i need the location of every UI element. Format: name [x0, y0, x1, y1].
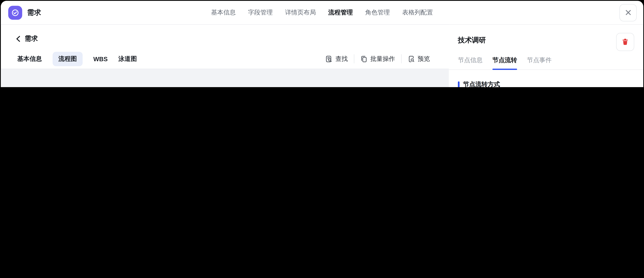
chevron-left-icon: [16, 35, 20, 42]
back-button[interactable]: [16, 35, 20, 42]
panel-tab[interactable]: 节点信息: [458, 56, 482, 70]
trash-icon: [622, 38, 629, 46]
view-tab[interactable]: 流程图: [52, 52, 82, 66]
canvas-toolbar: 查找 批量操作: [326, 54, 430, 63]
flow-editor-column: 需求 基本信息流程图WBS泳道图 查找: [1, 24, 449, 87]
panel-tab[interactable]: 节点流转: [492, 56, 517, 70]
top-bar: 需求 基本信息字段管理详情页布局流程管理角色管理表格列配置: [1, 1, 643, 24]
top-nav-item[interactable]: 字段管理: [248, 9, 273, 16]
view-tab[interactable]: 泳道图: [118, 52, 137, 66]
view-switcher-row: 基本信息流程图WBS泳道图 查找: [1, 49, 449, 69]
page-title: 需求: [24, 34, 38, 43]
batch-operation-button[interactable]: 批量操作: [360, 55, 395, 63]
close-icon: [625, 10, 631, 16]
top-nav-item[interactable]: 基本信息: [211, 9, 236, 16]
toolbar-divider: [401, 54, 402, 63]
find-label: 查找: [336, 55, 348, 63]
flow-edges: [1, 69, 449, 87]
delete-node-button[interactable]: [616, 33, 634, 51]
brand: 需求: [1, 6, 41, 20]
requirement-logo-icon: [8, 6, 22, 20]
preview-label: 预览: [418, 55, 430, 63]
preview-icon: [408, 55, 415, 62]
top-nav-item[interactable]: 表格列配置: [402, 9, 433, 16]
preview-button[interactable]: 预览: [408, 55, 430, 63]
selected-node-title: 技术调研: [458, 35, 634, 45]
view-tabs: 基本信息流程图WBS泳道图: [17, 52, 137, 66]
top-nav-item[interactable]: 流程管理: [328, 9, 353, 16]
top-nav-item[interactable]: 角色管理: [365, 9, 390, 16]
node-settings-panel: 技术调研 节点信息节点流转节点事件 节点流转方式 启动方式 前序节点全部完成: [449, 24, 643, 87]
top-nav: 基本信息字段管理详情页布局流程管理角色管理表格列配置: [211, 1, 433, 24]
toolbar-divider: [354, 54, 354, 63]
section-flow-mode: 节点流转方式: [458, 80, 634, 87]
requirement-config-modal: 需求 基本信息字段管理详情页布局流程管理角色管理表格列配置 需求: [1, 1, 643, 87]
panel-tabs: 节点信息节点流转节点事件: [449, 56, 643, 70]
find-icon: [326, 55, 332, 62]
copy-icon: [360, 55, 368, 62]
breadcrumb: 需求: [1, 24, 449, 43]
view-tab[interactable]: 基本信息: [17, 52, 42, 66]
find-button[interactable]: 查找: [326, 55, 348, 63]
view-tab[interactable]: WBS: [93, 52, 108, 66]
app-title: 需求: [27, 8, 41, 17]
flowchart-canvas[interactable]: 技术调研前端估分后端估分QA 安全检查前端开发后端开发QA 估分测试用例设计交叉…: [1, 69, 449, 87]
screen: 需求 基本信息字段管理详情页布局流程管理角色管理表格列配置 需求: [0, 0, 644, 87]
close-button[interactable]: [620, 4, 637, 21]
batch-operation-label: 批量操作: [370, 55, 395, 63]
top-nav-item[interactable]: 详情页布局: [285, 9, 316, 16]
section-accent-bar: [458, 82, 459, 87]
panel-tab[interactable]: 节点事件: [527, 56, 552, 70]
